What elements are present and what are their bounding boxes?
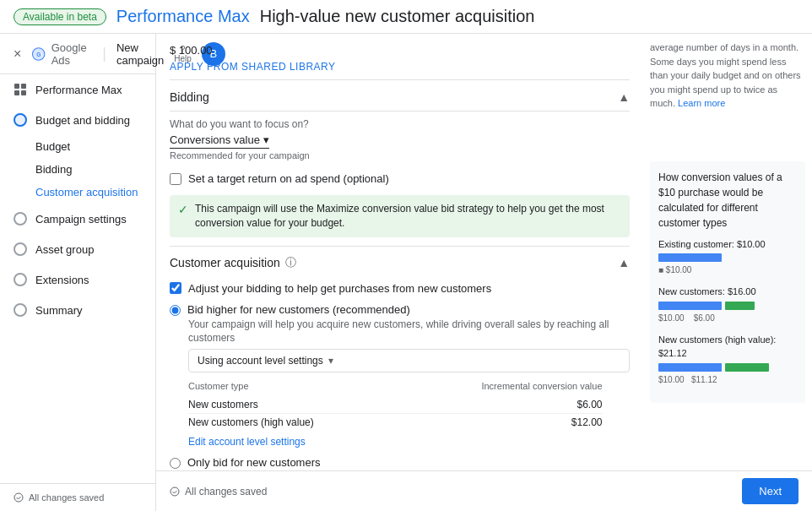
sidebar-item-performance-max[interactable]: Performance Max xyxy=(0,74,155,105)
svg-rect-2 xyxy=(14,84,19,89)
bid-higher-desc: Your campaign will help you acquire new … xyxy=(188,318,630,346)
sidebar-item-label-budget-bidding: Budget and bidding xyxy=(35,114,130,127)
recommended-text: Recommended for your campaign xyxy=(170,150,630,160)
bidding-section: Bidding ▲ What do you want to focus on? … xyxy=(170,80,630,237)
sidebar-sub-bidding[interactable]: Bidding xyxy=(0,158,155,181)
content-footer: All changes saved Next xyxy=(156,470,812,511)
account-level-dropdown[interactable]: Using account level settings ▾ xyxy=(188,349,630,372)
table-row: New customers (high value) $12.00 xyxy=(188,414,603,431)
ca-collapse-icon[interactable]: ▲ xyxy=(618,256,630,269)
bidding-title: Bidding xyxy=(170,90,209,104)
sidebar-item-asset-group[interactable]: Asset group xyxy=(0,234,155,264)
budget-row: $ 100.00 APPLY FROM SHARED LIBRARY xyxy=(170,34,630,80)
svg-point-7 xyxy=(171,487,179,496)
nav-divider: | xyxy=(102,45,106,63)
next-button[interactable]: Next xyxy=(742,478,798,504)
focus-field-label: What do you want to focus on? xyxy=(170,118,630,130)
circle-icon-summary xyxy=(14,303,27,317)
footer-status: All changes saved xyxy=(170,486,267,497)
customer-acquisition-section: Customer acquisition ⓘ ▲ Adjust your bid… xyxy=(170,246,630,470)
existing-customer-section: Existing customer: $10.00 ■ $10.00 xyxy=(658,237,797,277)
sidebar-item-extensions[interactable]: Extensions xyxy=(0,264,155,295)
existing-customer-label: Existing customer: $10.00 xyxy=(658,237,797,252)
close-button[interactable]: × xyxy=(14,46,21,62)
bid-strategy-info: ✓ This campaign will use the Maximize co… xyxy=(170,195,630,237)
focus-dropdown[interactable]: Conversions value ▾ xyxy=(170,133,269,149)
svg-rect-4 xyxy=(14,90,19,95)
bid-higher-label: Bid higher for new customers (recommende… xyxy=(187,303,410,316)
dropdown-arrow-icon: ▾ xyxy=(328,355,333,367)
svg-rect-3 xyxy=(21,84,26,89)
svg-point-6 xyxy=(14,493,23,502)
page-title: High-value new customer acquisition xyxy=(260,7,535,26)
existing-bar-label: ■ $10.00 xyxy=(658,264,797,276)
new-bar-labels: $10.00 $6.00 xyxy=(658,312,797,324)
footer-status-text: All changes saved xyxy=(185,486,267,497)
high-value-label: New customers (high value): $21.12 xyxy=(658,333,797,361)
roas-checkbox[interactable] xyxy=(170,173,181,185)
high-bar-container xyxy=(658,363,797,372)
chart-panel: How conversion values of a $10 purchase … xyxy=(650,161,805,403)
only-bid-radio[interactable] xyxy=(170,458,181,469)
focus-value: Conversions value xyxy=(170,133,260,146)
table-header: Customer type Incremental conversion val… xyxy=(188,381,603,393)
new-customer-section: New customers: $16.00 $10.00 $6.00 xyxy=(658,285,797,324)
content-area: $ 100.00 APPLY FROM SHARED LIBRARY Biddi… xyxy=(156,34,812,511)
high-bar1-val: $10.00 xyxy=(658,375,685,384)
learn-more-link[interactable]: Learn more xyxy=(678,98,725,108)
new-bar-container xyxy=(658,302,797,310)
only-bid-label: Only bid for new customers xyxy=(187,456,321,469)
new-customer-label: New customers: $16.00 xyxy=(658,285,797,299)
new-bar1-val: $10.00 xyxy=(658,313,685,323)
existing-bar-container xyxy=(658,253,797,262)
sidebar-sub-customer-acquisition[interactable]: Customer acquisition xyxy=(0,181,155,204)
adjust-bidding-row: Adjust your bidding to help get purchase… xyxy=(170,282,630,295)
ca-info-icon[interactable]: ⓘ xyxy=(285,255,296,270)
row1-value: $6.00 xyxy=(577,399,602,410)
existing-bar-blue xyxy=(658,253,722,262)
google-ads-icon: G xyxy=(31,44,46,64)
focus-dropdown-arrow: ▾ xyxy=(263,133,269,146)
sidebar-item-label-perf-max: Performance Max xyxy=(35,84,122,96)
sidebar-item-label-summary: Summary xyxy=(35,304,83,317)
new-bar-green xyxy=(725,302,755,310)
sidebar-item-label-asset: Asset group xyxy=(35,243,94,256)
sidebar-sub-budget[interactable]: Budget xyxy=(0,135,155,158)
circle-icon-budget-bidding xyxy=(14,113,27,127)
high-value-section: New customers (high value): $21.12 $10.0… xyxy=(658,333,797,386)
ca-title-row: Customer acquisition ⓘ xyxy=(170,255,296,270)
google-ads-label: Google Ads xyxy=(51,41,93,67)
bid-strategy-text: This campaign will use the Maximize conv… xyxy=(195,202,621,231)
top-nav: × G Google Ads | New campaign ? Help B xyxy=(0,34,155,74)
new-bar2-val: $6.00 xyxy=(694,313,715,323)
bidding-section-header: Bidding ▲ xyxy=(170,80,630,111)
circle-icon-campaign xyxy=(14,212,27,226)
edit-account-link[interactable]: Edit account level settings xyxy=(188,436,630,448)
ca-title: Customer acquisition xyxy=(170,256,280,269)
content-scroll: $ 100.00 APPLY FROM SHARED LIBRARY Biddi… xyxy=(156,34,812,470)
main-layout: × G Google Ads | New campaign ? Help B xyxy=(0,34,812,511)
only-bid-option: Only bid for new customers Your campaign… xyxy=(170,456,630,470)
product-title: Performance Max xyxy=(116,7,250,26)
bidding-collapse-icon[interactable]: ▲ xyxy=(618,90,630,104)
svg-rect-5 xyxy=(21,90,26,95)
adjust-bidding-checkbox[interactable] xyxy=(170,282,181,294)
sidebar: × G Google Ads | New campaign ? Help B xyxy=(0,34,156,511)
right-panel: average number of days in a month. Some … xyxy=(643,34,812,470)
adjust-bidding-label: Adjust your bidding to help get purchase… xyxy=(188,282,491,295)
apply-library-link[interactable]: APPLY FROM SHARED LIBRARY xyxy=(170,61,336,73)
check-icon: ✓ xyxy=(178,203,188,216)
sidebar-item-summary[interactable]: Summary xyxy=(0,295,155,325)
high-bar-blue xyxy=(658,363,722,372)
roas-checkbox-row: Set a target return on ad spend (optiona… xyxy=(170,167,630,190)
table-row: New customers $6.00 xyxy=(188,396,603,414)
main-panel: $ 100.00 APPLY FROM SHARED LIBRARY Biddi… xyxy=(156,34,643,470)
bid-higher-row: Bid higher for new customers (recommende… xyxy=(170,303,630,316)
saved-icon xyxy=(14,492,24,503)
new-bar-blue xyxy=(658,302,722,310)
sidebar-item-budget-bidding[interactable]: Budget and bidding xyxy=(0,105,155,135)
col-conversion-value: Incremental conversion value xyxy=(481,381,602,391)
sidebar-item-campaign-settings[interactable]: Campaign settings xyxy=(0,204,155,234)
grid-icon xyxy=(14,83,27,96)
bid-higher-radio[interactable] xyxy=(170,305,181,316)
